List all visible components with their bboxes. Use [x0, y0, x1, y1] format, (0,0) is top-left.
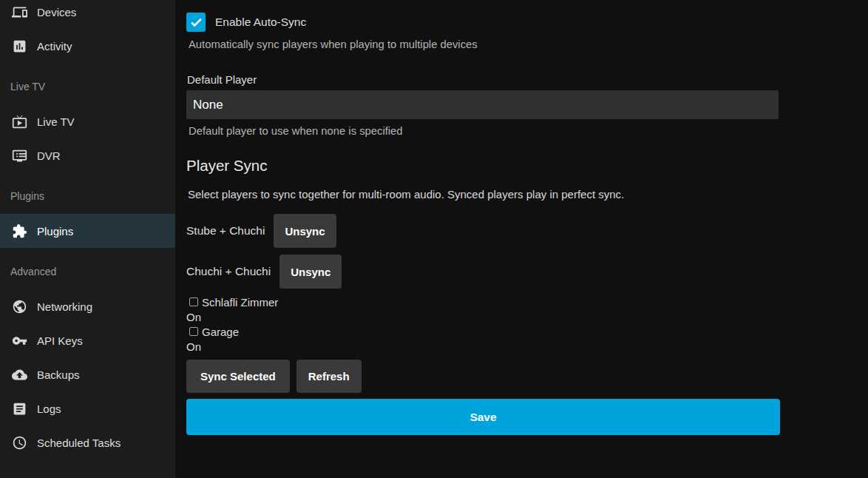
auto-sync-label: Enable Auto-Sync: [215, 16, 306, 29]
unsync-button[interactable]: Unsync: [274, 214, 336, 248]
sidebar-section-advanced: Advanced: [0, 248, 175, 289]
player-checkbox[interactable]: [189, 297, 198, 306]
sidebar-item-live-tv[interactable]: Live TV: [0, 104, 175, 138]
sidebar-item-label: Networking: [37, 300, 92, 313]
player-checkbox-row: Schlafli Zimmer: [186, 294, 780, 309]
activity-icon: [10, 37, 28, 55]
player-sync-description: Select players to sync together for mult…: [188, 188, 780, 201]
check-icon: [189, 16, 203, 30]
sidebar-item-label: Live TV: [37, 115, 75, 128]
player-name: Schlafli Zimmer: [202, 296, 278, 309]
sidebar-item-logs[interactable]: Logs: [0, 391, 175, 425]
sidebar: Devices Activity Live TV Live TV DVR Plu…: [0, 0, 175, 478]
sidebar-item-label: Backups: [37, 368, 80, 381]
synced-group-row: Stube + Chuchi Unsync: [186, 214, 780, 248]
default-player-label: Default Player: [187, 73, 780, 86]
plugins-icon: [10, 222, 28, 240]
unsync-button[interactable]: Unsync: [279, 255, 342, 289]
sidebar-item-label: API Keys: [37, 334, 83, 347]
settings-form: Enable Auto-Sync Automatically sync play…: [186, 13, 780, 435]
sidebar-item-backups[interactable]: Backups: [0, 357, 175, 391]
synced-group-name: Stube + Chuchi: [186, 224, 265, 238]
sidebar-item-label: Activity: [37, 40, 72, 53]
sidebar-item-label: Plugins: [37, 225, 73, 238]
auto-sync-checkbox[interactable]: [186, 13, 206, 32]
sidebar-nav: Devices Activity Live TV Live TV DVR Plu…: [0, 0, 175, 460]
networking-icon: [10, 297, 28, 315]
refresh-button[interactable]: Refresh: [296, 360, 362, 393]
sidebar-item-scheduled-tasks[interactable]: Scheduled Tasks: [0, 425, 175, 460]
sync-actions: Sync Selected Refresh: [186, 360, 780, 393]
sidebar-item-plugins[interactable]: Plugins: [0, 214, 175, 248]
api-keys-icon: [10, 331, 28, 349]
live-tv-icon: [10, 112, 28, 130]
logs-icon: [10, 400, 28, 417]
sidebar-section-plugins: Plugins: [0, 172, 175, 214]
player-status: On: [186, 339, 780, 354]
default-player-description: Default player to use when none is speci…: [189, 125, 780, 138]
sidebar-item-devices[interactable]: Devices: [0, 0, 175, 29]
sidebar-item-networking[interactable]: Networking: [0, 289, 175, 323]
sync-selected-button[interactable]: Sync Selected: [186, 360, 290, 393]
player-status: On: [186, 309, 780, 324]
sidebar-item-label: Scheduled Tasks: [37, 437, 121, 449]
dvr-icon: [10, 147, 28, 164]
default-player-select[interactable]: None: [186, 90, 779, 119]
plugin-settings-page: Enable Auto-Sync Automatically sync play…: [175, 0, 868, 478]
auto-sync-description: Automatically sync players when playing …: [189, 38, 780, 51]
sidebar-item-api-keys[interactable]: API Keys: [0, 323, 175, 357]
player-list: Schlafli Zimmer On Garage On: [186, 294, 780, 354]
synced-group-row: Chuchi + Chuchi Unsync: [186, 255, 780, 289]
sidebar-item-activity[interactable]: Activity: [0, 29, 175, 63]
devices-icon: [10, 3, 28, 21]
scheduled-tasks-icon: [10, 434, 28, 451]
sidebar-section-live-tv: Live TV: [0, 63, 175, 104]
sidebar-item-label: Logs: [37, 403, 61, 415]
synced-group-name: Chuchi + Chuchi: [186, 265, 271, 278]
player-sync-title: Player Sync: [186, 157, 780, 175]
save-button[interactable]: Save: [186, 399, 780, 435]
sidebar-item-dvr[interactable]: DVR: [0, 138, 175, 172]
backups-icon: [10, 366, 28, 383]
sidebar-item-label: Devices: [37, 6, 76, 18]
player-checkbox-row: Garage: [186, 324, 780, 339]
player-checkbox[interactable]: [189, 327, 198, 336]
sidebar-item-label: DVR: [37, 149, 61, 162]
player-name: Garage: [202, 326, 239, 338]
auto-sync-row: Enable Auto-Sync: [186, 13, 780, 32]
